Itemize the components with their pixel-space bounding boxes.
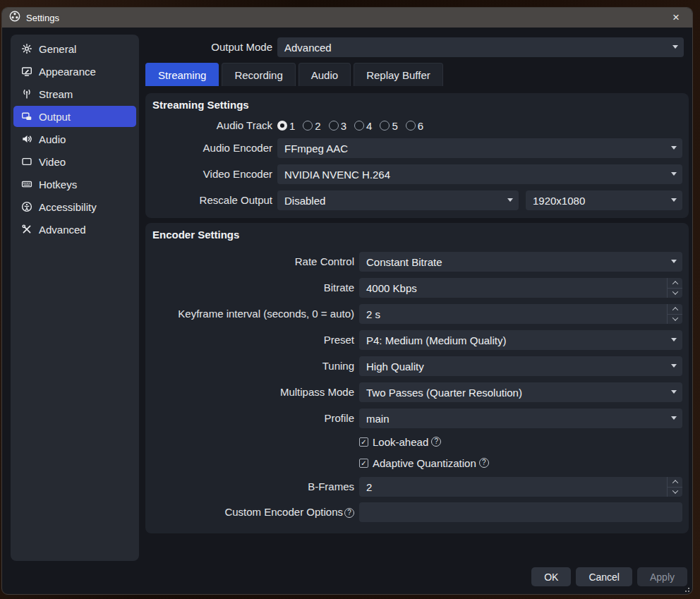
audio-track-6-radio[interactable]: 6 xyxy=(406,120,423,132)
sidebar-item-audio[interactable]: Audio xyxy=(13,128,136,150)
streaming-settings-panel: Streaming Settings Audio Track 1 2 3 4 5… xyxy=(145,93,689,218)
sidebar-item-label: Appearance xyxy=(39,66,96,78)
audio-track-2-radio[interactable]: 2 xyxy=(303,120,320,132)
radio-icon xyxy=(303,121,313,131)
video-encoder-label: Video Encoder xyxy=(145,164,272,184)
sidebar-item-label: Output xyxy=(39,111,71,123)
profile-value: main xyxy=(366,413,390,425)
check-icon: ✓ xyxy=(361,459,366,467)
radio-icon xyxy=(380,121,390,131)
sidebar-item-accessibility[interactable]: Accessibility xyxy=(13,196,136,217)
radio-icon xyxy=(329,121,339,131)
custom-encoder-options-label: Custom Encoder Options? xyxy=(145,502,354,522)
obs-logo-icon xyxy=(9,11,20,25)
spin-up-button[interactable] xyxy=(668,304,682,315)
cancel-button[interactable]: Cancel xyxy=(576,567,632,586)
spin-up-button[interactable] xyxy=(668,477,682,488)
multipass-mode-value: Two Passes (Quarter Resolution) xyxy=(366,387,522,399)
sidebar-item-hotkeys[interactable]: Hotkeys xyxy=(13,174,136,195)
bitrate-label: Bitrate xyxy=(145,278,354,298)
accessibility-icon xyxy=(20,201,32,213)
multipass-mode-row: Multipass Mode Two Passes (Quarter Resol… xyxy=(145,382,682,402)
tuning-row: Tuning High Quality xyxy=(145,356,682,376)
audio-encoder-select[interactable]: FFmpeg AAC xyxy=(277,138,682,158)
bitrate-input[interactable]: 4000 Kbps xyxy=(359,278,682,298)
audio-track-radios: 1 2 3 4 5 6 xyxy=(277,120,423,132)
profile-label: Profile xyxy=(145,409,354,428)
sidebar-item-video[interactable]: Video xyxy=(13,151,136,172)
audio-track-label: Audio Track xyxy=(145,116,272,135)
rescale-output-row: Rescale Output Disabled 1920x1080 xyxy=(145,190,682,210)
spin-down-button[interactable] xyxy=(668,488,682,497)
audio-encoder-value: FFmpeg AAC xyxy=(284,143,348,155)
video-encoder-select[interactable]: NVIDIA NVENC H.264 xyxy=(277,164,682,184)
adaptive-quantization-checkbox[interactable]: ✓ xyxy=(359,459,368,468)
b-frames-row: B-Frames 2 xyxy=(145,477,682,497)
preset-value: P4: Medium (Medium Quality) xyxy=(366,334,506,346)
sidebar-item-appearance[interactable]: Appearance xyxy=(13,61,136,82)
output-mode-label: Output Mode xyxy=(145,37,272,57)
sidebar-item-stream[interactable]: Stream xyxy=(13,83,136,104)
sidebar-item-advanced[interactable]: Advanced xyxy=(13,219,136,240)
preset-label: Preset xyxy=(145,330,354,350)
audio-track-1-radio[interactable]: 1 xyxy=(277,120,295,132)
sidebar-item-label: Hotkeys xyxy=(39,179,77,190)
encoder-settings-heading: Encoder Settings xyxy=(152,229,239,241)
sidebar-item-label: Accessibility xyxy=(39,201,97,213)
b-frames-value: 2 xyxy=(366,481,372,493)
b-frames-label: B-Frames xyxy=(145,477,354,497)
video-encoder-row: Video Encoder NVIDIA NVENC H.264 xyxy=(145,164,682,184)
tab-recording[interactable]: Recording xyxy=(222,63,295,86)
chevron-down-icon xyxy=(671,416,677,420)
streaming-settings-heading: Streaming Settings xyxy=(152,99,249,111)
look-ahead-checkbox[interactable]: ✓ xyxy=(359,437,368,447)
sidebar-item-output[interactable]: Output xyxy=(13,106,136,127)
help-icon[interactable]: ? xyxy=(479,458,489,468)
preset-row: Preset P4: Medium (Medium Quality) xyxy=(145,330,682,350)
chevron-down-icon xyxy=(671,146,677,150)
output-mode-select[interactable]: Advanced xyxy=(277,37,684,57)
resize-grip[interactable] xyxy=(684,586,689,592)
look-ahead-row: ✓ Look-ahead ? xyxy=(359,435,441,449)
audio-track-4-radio[interactable]: 4 xyxy=(354,120,372,132)
sidebar-item-general[interactable]: General xyxy=(13,38,136,59)
spin-up-button[interactable] xyxy=(668,278,682,289)
chevron-down-icon xyxy=(671,260,677,263)
ok-button[interactable]: OK xyxy=(531,567,571,586)
rescale-resolution-select[interactable]: 1920x1080 xyxy=(526,190,682,210)
audio-track-5-radio[interactable]: 5 xyxy=(380,120,397,132)
rate-control-select[interactable]: Constant Bitrate xyxy=(359,252,682,272)
tab-replay-buffer[interactable]: Replay Buffer xyxy=(354,63,443,86)
output-mode-row: Output Mode Advanced xyxy=(145,37,684,57)
tuning-value: High Quality xyxy=(366,361,424,373)
audio-track-row: Audio Track 1 2 3 4 5 6 xyxy=(145,116,682,135)
main-content: Output Mode Advanced Streaming Recording… xyxy=(145,8,689,594)
preset-select[interactable]: P4: Medium (Medium Quality) xyxy=(359,330,682,350)
tab-streaming[interactable]: Streaming xyxy=(145,63,219,86)
custom-encoder-options-input[interactable] xyxy=(359,502,682,522)
rescale-output-select[interactable]: Disabled xyxy=(277,190,519,210)
display-edit-icon xyxy=(20,66,32,78)
help-icon[interactable]: ? xyxy=(431,437,441,447)
audio-encoder-label: Audio Encoder xyxy=(145,138,272,158)
tab-audio[interactable]: Audio xyxy=(298,63,351,86)
profile-row: Profile main xyxy=(145,409,682,428)
b-frames-input[interactable]: 2 xyxy=(359,477,682,497)
encoder-settings-panel: Encoder Settings Rate Control Constant B… xyxy=(145,223,689,533)
audio-track-3-radio[interactable]: 3 xyxy=(329,120,346,132)
spin-down-button[interactable] xyxy=(668,289,682,298)
chevron-down-icon xyxy=(671,390,677,394)
keyframe-interval-input[interactable]: 2 s xyxy=(359,304,682,324)
help-icon[interactable]: ? xyxy=(344,508,354,518)
profile-select[interactable]: main xyxy=(359,409,682,428)
rescale-resolution-value: 1920x1080 xyxy=(533,195,585,207)
sidebar: General Appearance Stream Output Audio V… xyxy=(11,35,139,561)
keyframe-interval-row: Keyframe interval (seconds, 0 = auto) 2 … xyxy=(145,304,682,324)
spin-down-button[interactable] xyxy=(668,315,682,325)
rate-control-row: Rate Control Constant Bitrate xyxy=(145,252,682,272)
sidebar-item-label: General xyxy=(39,43,76,55)
tuning-select[interactable]: High Quality xyxy=(359,356,682,376)
multipass-mode-select[interactable]: Two Passes (Quarter Resolution) xyxy=(359,382,682,402)
apply-button[interactable]: Apply xyxy=(637,567,687,586)
check-icon: ✓ xyxy=(361,438,366,446)
